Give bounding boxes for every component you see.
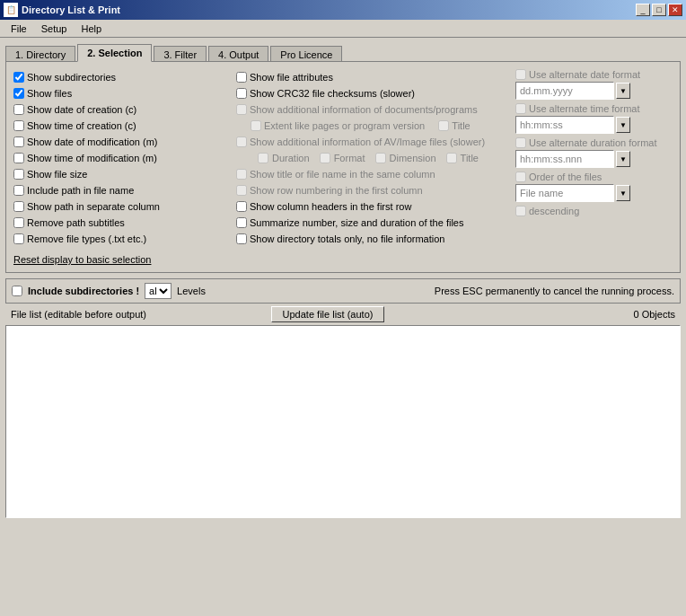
menu-help[interactable]: Help [74, 22, 109, 36]
label-format: Format [334, 153, 365, 163]
label-show-path-separate: Show path in separate column [27, 201, 160, 212]
minimize-button[interactable]: _ [636, 4, 650, 16]
checkbox-show-date-modification[interactable] [13, 136, 24, 147]
label-title-1: Title [452, 120, 470, 131]
checkbox-show-path-separate[interactable] [13, 201, 24, 212]
checkbox-order[interactable] [515, 172, 526, 182]
dropdown-order: File name ▼ [515, 184, 673, 202]
window-title: Directory List & Print [22, 4, 636, 15]
label-order: Order of the files [529, 172, 602, 182]
checkbox-alt-date[interactable] [515, 69, 526, 80]
label-remove-path-subtitles: Remove path subtitles [27, 217, 125, 228]
checkbox-format[interactable] [320, 153, 330, 163]
dropdown-order-arrow[interactable]: ▼ [616, 185, 630, 201]
label-include-subdirs: Include subdirectories ! [28, 286, 139, 296]
col-right: Use alternate date format dd.mm.yyyy ▼ U… [515, 69, 673, 265]
checkbox-dimension[interactable] [375, 153, 386, 163]
reset-link[interactable]: Reset display to basic selection [13, 254, 151, 265]
label-show-dir-totals: Show directory totals only, no file info… [250, 233, 444, 244]
label-show-crc32: Show CRC32 file checksums (slower) [250, 88, 415, 99]
label-show-file-size: Show file size [27, 169, 87, 180]
check-show-column-headers: Show column headers in the first row [236, 198, 515, 214]
checkbox-show-crc32[interactable] [236, 88, 247, 99]
menu-file[interactable]: File [4, 22, 34, 36]
check-include-path: Include path in file name [13, 182, 229, 198]
checkbox-extent-pages[interactable] [251, 120, 261, 131]
checkbox-show-subdirectories[interactable] [13, 72, 24, 83]
dropdown-alt-time-arrow[interactable]: ▼ [616, 117, 630, 133]
checkbox-show-column-headers[interactable] [236, 201, 247, 212]
checkbox-show-dir-totals[interactable] [236, 233, 247, 244]
dropdown-alt-date-arrow[interactable]: ▼ [616, 83, 630, 99]
dropdown-alt-date-value: dd.mm.yyyy [520, 85, 573, 96]
av-inline-row: Duration Format Dimension Title [236, 150, 515, 165]
checkbox-alt-duration[interactable] [515, 137, 526, 148]
alt-duration-group: Use alternate duration format hh:mm:ss.n… [515, 137, 673, 168]
checkbox-title-1[interactable] [438, 120, 449, 131]
label-show-subdirectories: Show subdirectories [27, 72, 116, 83]
check-alt-time: Use alternate time format [515, 103, 673, 114]
check-show-dir-totals: Show directory totals only, no file info… [236, 231, 515, 246]
checkbox-descending[interactable] [515, 206, 526, 216]
check-summarize: Summarize number, size and duration of t… [236, 215, 515, 230]
label-show-column-headers: Show column headers in the first row [250, 201, 411, 212]
dropdown-alt-time-value: hh:mm:ss [520, 119, 563, 130]
label-show-time-modification: Show time of modification (m) [27, 153, 157, 163]
update-file-list-button[interactable]: Update file list (auto) [271, 306, 385, 322]
tab-selection[interactable]: 2. Selection [77, 44, 152, 62]
checkbox-alt-time[interactable] [515, 103, 526, 114]
check-show-date-modification: Show date of modification (m) [13, 134, 229, 149]
alt-time-group: Use alternate time format hh:mm:ss ▼ [515, 103, 673, 134]
dropdown-alt-duration-value: hh:mm:ss.nnn [520, 154, 582, 164]
checkbox-show-file-size[interactable] [13, 169, 24, 180]
alt-date-group: Use alternate date format dd.mm.yyyy ▼ [515, 69, 673, 100]
check-alt-date: Use alternate date format [515, 69, 673, 80]
check-remove-path-subtitles: Remove path subtitles [13, 215, 229, 230]
check-show-title-same-col: Show title or file name in the same colu… [236, 166, 515, 181]
dropdown-alt-date: dd.mm.yyyy ▼ [515, 82, 673, 100]
checkbox-show-row-numbering[interactable] [236, 185, 247, 196]
checkbox-show-time-modification[interactable] [13, 153, 24, 163]
file-list-box [5, 325, 681, 518]
checkbox-show-additional-av[interactable] [236, 136, 247, 147]
checkbox-show-time-creation[interactable] [13, 120, 24, 131]
label-levels: Levels [177, 286, 206, 296]
checkbox-include-path[interactable] [13, 185, 24, 196]
label-remove-file-types: Remove file types (.txt etc.) [27, 233, 146, 244]
checkbox-show-additional-docs[interactable] [236, 104, 247, 115]
dropdown-order-value: File name [520, 188, 563, 198]
maximize-button[interactable]: □ [652, 4, 666, 16]
levels-select[interactable]: all [145, 283, 172, 299]
dropdown-alt-duration: hh:mm:ss.nnn ▼ [515, 150, 673, 168]
close-button[interactable]: ✕ [668, 4, 682, 16]
label-show-additional-docs: Show additional information of documents… [250, 104, 478, 115]
menu-setup[interactable]: Setup [34, 22, 75, 36]
checkbox-duration[interactable] [258, 153, 268, 163]
check-show-additional-av: Show additional information of AV/Image … [236, 134, 515, 149]
checkbox-show-files[interactable] [13, 88, 24, 99]
label-show-additional-av: Show additional information of AV/Image … [250, 136, 485, 147]
esc-text: Press ESC permanently to cancel the runn… [435, 286, 674, 296]
label-alt-date: Use alternate date format [529, 69, 640, 80]
check-descending: descending [515, 206, 673, 216]
check-show-subdirectories: Show subdirectories [13, 69, 229, 84]
objects-count: 0 Objects [634, 309, 675, 320]
checkbox-title-2[interactable] [446, 153, 457, 163]
dropdown-alt-duration-arrow[interactable]: ▼ [616, 151, 630, 167]
checkbox-show-file-attributes[interactable] [236, 72, 247, 83]
checkbox-show-date-creation[interactable] [13, 104, 24, 115]
checkbox-remove-path-subtitles[interactable] [13, 217, 24, 228]
dropdown-alt-duration-box: hh:mm:ss.nnn [515, 150, 614, 168]
label-descending: descending [529, 206, 579, 216]
check-show-files: Show files [13, 85, 229, 101]
title-bar-buttons: _ □ ✕ [636, 4, 682, 16]
label-show-title-same-col: Show title or file name in the same colu… [250, 169, 435, 180]
check-show-additional-docs: Show additional information of documents… [236, 101, 515, 117]
check-show-crc32: Show CRC32 file checksums (slower) [236, 85, 515, 101]
checkbox-summarize[interactable] [236, 217, 247, 228]
checkbox-include-subdirs[interactable] [12, 286, 22, 296]
checkbox-remove-file-types[interactable] [13, 233, 24, 244]
check-show-row-numbering: Show row numbering in the first column [236, 182, 515, 198]
checkbox-show-title-same-col[interactable] [236, 169, 247, 180]
label-title-2: Title [461, 153, 479, 163]
